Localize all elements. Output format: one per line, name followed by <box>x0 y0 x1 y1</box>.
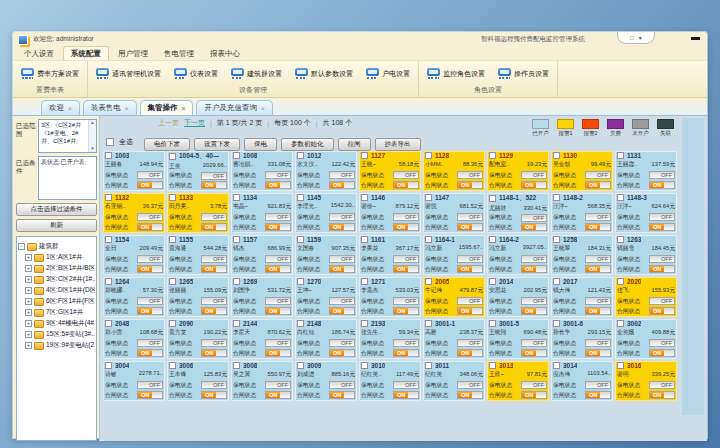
tab-close-icon[interactable]: × <box>68 105 72 112</box>
meter-card[interactable]: 2148白红仙186.74元保电状态OFF合闸状态ON <box>295 319 357 359</box>
meter-checkbox[interactable] <box>233 320 240 327</box>
power-hold-toggle[interactable]: OFF <box>649 255 675 263</box>
meter-card[interactable]: 1130吴金朝99.49元保电状态OFF合闸状态ON <box>551 151 613 191</box>
meter-card[interactable]: 3011纪红英348.06元保电状态OFF合闸状态ON <box>423 361 485 401</box>
collapse-icon[interactable]: - <box>18 243 25 250</box>
breaker-toggle[interactable]: ON <box>329 349 355 357</box>
power-hold-toggle[interactable]: OFF <box>585 381 611 389</box>
breaker-toggle[interactable]: ON <box>393 181 419 189</box>
meter-card[interactable]: 1270王坤~127.57元保电状态OFF合闸状态ON <box>295 277 357 317</box>
meter-card[interactable]: 1145李理光..1542.30..保电状态OFF合闸状态ON <box>295 193 357 233</box>
prev-page-link[interactable]: 上一页 <box>158 118 179 128</box>
meter-card[interactable]: 3004诗敏2278.71..保电状态OFF合闸状态ON <box>103 361 165 401</box>
power-hold-toggle[interactable]: OFF <box>265 171 291 179</box>
toolbar-button-6[interactable]: 抄表导出 <box>375 138 421 151</box>
meter-checkbox[interactable] <box>489 362 496 369</box>
power-hold-toggle[interactable]: OFF <box>457 297 483 305</box>
breaker-toggle[interactable]: ON <box>457 265 483 273</box>
toolbar-button-4[interactable]: 参数初始化 <box>281 138 334 151</box>
condition-box[interactable]: 表状态:已开户表; <box>38 156 97 200</box>
meter-card[interactable]: 1164-2冯立新3927.05..保电状态OFF合闸状态ON <box>487 235 549 275</box>
meter-checkbox[interactable] <box>489 152 496 159</box>
meter-card[interactable]: 1148-3汪洋~624.64元保电状态OFF合闸状态ON <box>615 193 677 233</box>
meter-card[interactable]: 1004-5、40—王英2029.66..保电状态OFF合闸状态ON <box>167 151 229 191</box>
menu-item-4[interactable]: 售电管理 <box>157 47 201 60</box>
meter-checkbox[interactable] <box>553 278 560 285</box>
power-hold-toggle[interactable]: OFF <box>521 171 547 179</box>
breaker-toggle[interactable]: ON <box>265 307 291 315</box>
meter-checkbox[interactable] <box>425 320 432 327</box>
breaker-toggle[interactable]: ON <box>585 307 611 315</box>
meter-card[interactable]: 1008曹冶娟..331.08元保电状态OFF合闸状态ON <box>231 151 293 191</box>
minimize-icon[interactable] <box>691 37 700 40</box>
breaker-toggle[interactable]: ON <box>201 223 227 231</box>
breaker-toggle[interactable]: ON <box>585 349 611 357</box>
scope-scrollbar[interactable]: ▲ ▼ <box>88 120 96 152</box>
power-hold-toggle[interactable]: OFF <box>265 213 291 221</box>
meter-checkbox[interactable] <box>233 152 240 159</box>
meter-checkbox[interactable] <box>105 278 112 285</box>
breaker-toggle[interactable]: ON <box>521 391 547 399</box>
power-hold-toggle[interactable]: OFF <box>521 214 547 222</box>
breaker-toggle[interactable]: ON <box>201 391 227 399</box>
power-hold-toggle[interactable]: OFF <box>329 297 355 305</box>
power-hold-toggle[interactable]: OFF <box>393 381 419 389</box>
meter-checkbox[interactable] <box>169 278 176 285</box>
meter-checkbox[interactable] <box>617 320 624 327</box>
meter-card[interactable]: 1271李贵杰533.03元保电状态OFF合闸状态ON <box>359 277 421 317</box>
tree-node[interactable]: +15区:5#变站(3#.. <box>18 330 95 339</box>
meter-checkbox[interactable] <box>233 194 240 201</box>
tree-node[interactable]: +1区:A区1#井 <box>18 253 95 262</box>
menu-item-1[interactable]: 个人设置 <box>17 47 61 60</box>
meter-checkbox[interactable] <box>105 194 112 201</box>
expand-icon[interactable]: + <box>25 254 32 261</box>
meter-card[interactable]: 1127王晓~58.18元保电状态OFF合闸状态ON <box>359 151 421 191</box>
ribbon-button[interactable]: 通讯管理机设置 <box>94 67 163 80</box>
doc-tab-1[interactable]: 欢迎× <box>41 100 80 115</box>
breaker-toggle[interactable]: ON <box>393 265 419 273</box>
meter-checkbox[interactable] <box>233 278 240 285</box>
breaker-toggle[interactable]: ON <box>585 391 611 399</box>
scroll-up-icon[interactable]: ▲ <box>90 120 94 126</box>
meter-card[interactable]: 3010纪红英..117.49元保电状态OFF合闸状态ON <box>359 361 421 401</box>
meter-card[interactable]: 1147谢悦681.52元保电状态OFF合闸状态ON <box>423 193 485 233</box>
meter-checkbox[interactable] <box>553 236 560 243</box>
breaker-toggle[interactable]: ON <box>457 181 483 189</box>
meter-checkbox[interactable] <box>169 320 176 327</box>
menu-item-5[interactable]: 报表中心 <box>203 47 247 60</box>
power-hold-toggle[interactable]: OFF <box>265 339 291 347</box>
power-hold-toggle[interactable]: OFF <box>649 381 675 389</box>
expand-icon[interactable]: + <box>25 287 32 294</box>
tree-node[interactable]: +3区:C区2#井(1#.. <box>18 275 95 284</box>
expand-icon[interactable]: + <box>25 331 32 338</box>
power-hold-toggle[interactable]: OFF <box>137 255 163 263</box>
meter-card[interactable]: 3009刘成进885.16元保电状态OFF合闸状态ON <box>295 361 357 401</box>
breaker-toggle[interactable]: ON <box>329 181 355 189</box>
meter-checkbox[interactable] <box>297 320 304 327</box>
power-hold-toggle[interactable]: OFF <box>649 297 675 305</box>
doc-tab-2[interactable]: 装表售电× <box>83 100 137 115</box>
meter-checkbox[interactable] <box>105 362 112 369</box>
meter-card[interactable]: 2090贵方龙190.22元保电状态OFF合闸状态ON <box>167 319 229 359</box>
meter-checkbox[interactable] <box>489 320 496 327</box>
meter-checkbox[interactable] <box>169 153 176 160</box>
meter-checkbox[interactable] <box>297 236 304 243</box>
meter-card[interactable]: 1157钱杰686.99元保电状态OFF合闸状态ON <box>231 235 293 275</box>
power-hold-toggle[interactable]: OFF <box>137 339 163 347</box>
meter-checkbox[interactable] <box>233 362 240 369</box>
meter-card[interactable]: 3001-6孙长争293.15元保电状态OFF合闸状态ON <box>551 319 613 359</box>
meter-checkbox[interactable] <box>489 236 496 243</box>
meter-card[interactable]: 2020佳飞155.93元保电状态OFF合闸状态ON <box>615 277 677 317</box>
breaker-toggle[interactable]: ON <box>201 265 227 273</box>
menu-item-2[interactable]: 系统配置 <box>63 46 109 60</box>
meter-checkbox[interactable] <box>617 278 624 285</box>
meter-checkbox[interactable] <box>233 236 240 243</box>
power-hold-toggle[interactable]: OFF <box>329 255 355 263</box>
meter-checkbox[interactable] <box>361 236 368 243</box>
scroll-down-icon[interactable]: ▼ <box>90 146 94 152</box>
power-hold-toggle[interactable]: OFF <box>649 213 675 221</box>
meter-checkbox[interactable] <box>105 320 112 327</box>
power-hold-toggle[interactable]: OFF <box>649 339 675 347</box>
meter-checkbox[interactable] <box>361 152 368 159</box>
breaker-toggle[interactable]: ON <box>649 265 675 273</box>
